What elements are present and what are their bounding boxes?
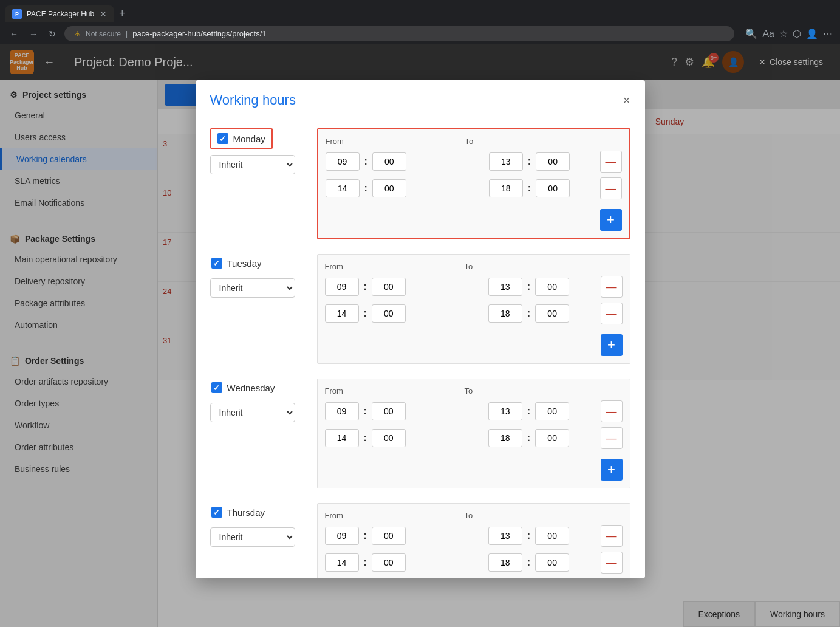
thursday-checkbox[interactable] — [211, 507, 222, 518]
monday-to-label: To — [465, 137, 474, 146]
thursday-left: Thursday Inherit Custom — [210, 503, 307, 547]
tab-favicon: P — [12, 9, 22, 19]
tuesday-label: Tuesday — [227, 258, 262, 269]
new-tab-button[interactable]: + — [117, 5, 128, 22]
tuesday-slot2-remove-button[interactable]: — — [601, 303, 623, 324]
thursday-slot2-to-m[interactable] — [535, 553, 569, 572]
monday-slot1-to-h[interactable] — [489, 152, 523, 171]
monday-add-slot-button[interactable]: + — [600, 209, 622, 231]
tuesday-slots-area: From To : : — — [317, 254, 630, 364]
profile-icon[interactable]: 👤 — [806, 28, 818, 39]
wednesday-slot-1: : : — — [325, 400, 623, 422]
tuesday-inherit-select[interactable]: Inherit Custom — [210, 278, 295, 298]
thursday-slot2-from-m[interactable] — [372, 553, 406, 572]
monday-slot2-to-h[interactable] — [489, 179, 523, 197]
monday-from-label: From — [326, 137, 465, 146]
wednesday-slot1-from-h[interactable] — [325, 402, 359, 420]
wednesday-slot-2: : : — — [325, 427, 623, 449]
monday-slot2-sep2: : — [528, 183, 531, 194]
tab-close-button[interactable]: ✕ — [100, 9, 107, 19]
monday-checkbox-wrapper-highlighted: Monday — [210, 128, 273, 149]
wednesday-slot2-from-m[interactable] — [372, 429, 406, 447]
wednesday-add-slot-button[interactable]: + — [601, 459, 623, 481]
address-bar: ← → ↻ ⚠ Not secure | pace-packager-hub/s… — [0, 22, 840, 45]
tuesday-checkbox[interactable] — [211, 258, 222, 269]
security-warning-icon: ⚠ — [74, 30, 81, 38]
monday-inherit-select[interactable]: Inherit Custom — [210, 155, 295, 174]
tuesday-slot1-to-m[interactable] — [535, 278, 569, 296]
tuesday-to-label: To — [465, 262, 473, 271]
thursday-slot1-to-m[interactable] — [535, 527, 569, 545]
thursday-slot2-to-h[interactable] — [488, 553, 522, 572]
thursday-right: From To : : — — [317, 503, 630, 578]
monday-slot-1: : : — — [326, 151, 622, 173]
wednesday-slot1-to-m[interactable] — [535, 402, 569, 420]
thursday-from-to-header: From To — [325, 511, 623, 525]
address-box[interactable]: ⚠ Not secure | pace-packager-hub/setting… — [64, 26, 734, 41]
wednesday-slot1-to-h[interactable] — [488, 402, 522, 420]
forward-button[interactable]: → — [27, 27, 40, 41]
thursday-slot2-from-h[interactable] — [325, 553, 359, 572]
thursday-slots-area: From To : : — — [317, 503, 630, 578]
monday-inherit-wrapper: Inherit Custom — [210, 155, 307, 174]
wednesday-slot1-remove-button[interactable]: — — [601, 400, 623, 422]
favorites-icon[interactable]: ☆ — [779, 28, 788, 39]
menu-icon[interactable]: ⋯ — [823, 28, 833, 39]
tuesday-slot2-from-m[interactable] — [372, 304, 406, 323]
monday-left: Monday Inherit Custom — [210, 128, 307, 174]
browser-actions: 🔍 Aa ☆ ⬡ 👤 ⋯ — [745, 28, 833, 39]
wednesday-slot2-to-m[interactable] — [535, 429, 569, 447]
tuesday-add-slot-button[interactable]: + — [601, 334, 623, 356]
wednesday-slot1-from-m[interactable] — [372, 402, 406, 420]
extensions-icon[interactable]: ⬡ — [793, 28, 801, 39]
thursday-slot2-remove-button[interactable]: — — [601, 552, 623, 574]
modal-close-button[interactable]: × — [623, 94, 630, 108]
wednesday-inherit-wrapper: Inherit Custom — [210, 403, 307, 422]
wednesday-to-label: To — [465, 386, 473, 396]
tuesday-slot1-from-m[interactable] — [372, 278, 406, 296]
back-button[interactable]: ← — [7, 27, 21, 41]
monday-slot2-from-h[interactable] — [326, 179, 360, 197]
thursday-inherit-select[interactable]: Inherit Custom — [210, 527, 295, 547]
address-separator: | — [126, 30, 128, 38]
wednesday-inherit-select[interactable]: Inherit Custom — [210, 403, 295, 422]
thursday-from-label: From — [325, 511, 465, 520]
tuesday-inherit-wrapper: Inherit Custom — [210, 278, 307, 298]
tuesday-slot2-from-h[interactable] — [325, 304, 359, 323]
wednesday-slot2-from-h[interactable] — [325, 429, 359, 447]
reload-button[interactable]: ↻ — [46, 27, 58, 41]
thursday-slot1-from-m[interactable] — [372, 527, 406, 545]
wednesday-checkbox-wrapper: Wednesday — [210, 379, 276, 397]
monday-checkbox[interactable] — [217, 133, 228, 144]
tuesday-slot2-to-h[interactable] — [488, 304, 522, 323]
monday-slot2-from-m[interactable] — [372, 179, 406, 197]
monday-slot1-from-h[interactable] — [326, 152, 360, 171]
thursday-slot1-to-h[interactable] — [488, 527, 522, 545]
thursday-checkbox-wrapper: Thursday — [210, 503, 267, 521]
read-mode-icon[interactable]: Aa — [762, 29, 774, 39]
tuesday-slot1-to-h[interactable] — [488, 278, 522, 296]
search-icon[interactable]: 🔍 — [745, 28, 757, 39]
monday-add-wrapper: + — [326, 204, 622, 231]
active-tab[interactable]: P PACE Packager Hub ✕ — [5, 5, 114, 22]
wednesday-checkbox[interactable] — [211, 382, 222, 393]
tuesday-section: Tuesday Inherit Custom From To — [210, 254, 630, 364]
monday-slot1-remove-button[interactable]: — — [600, 151, 622, 173]
tuesday-slot1-remove-button[interactable]: — — [601, 276, 623, 298]
wednesday-slot2-to-h[interactable] — [488, 429, 522, 447]
tuesday-slot2-to-m[interactable] — [535, 304, 569, 323]
thursday-slot1-remove-button[interactable]: — — [601, 525, 623, 547]
monday-slot2-to-m[interactable] — [536, 179, 570, 197]
working-hours-modal: Working hours × Monday Inherit Custom — [196, 80, 645, 578]
tuesday-from-label: From — [325, 262, 465, 271]
thursday-section: Thursday Inherit Custom From To — [210, 503, 630, 578]
thursday-slot-1: : : — — [325, 525, 623, 547]
wednesday-from-label: From — [325, 386, 465, 396]
tuesday-slot1-from-h[interactable] — [325, 278, 359, 296]
thursday-slot1-from-h[interactable] — [325, 527, 359, 545]
monday-slot1-from-m[interactable] — [372, 152, 406, 171]
monday-slot2-remove-button[interactable]: — — [600, 177, 622, 199]
wednesday-slot2-remove-button[interactable]: — — [601, 427, 623, 449]
monday-slot1-to-m[interactable] — [536, 152, 570, 171]
modal-title: Working hours — [210, 92, 296, 108]
